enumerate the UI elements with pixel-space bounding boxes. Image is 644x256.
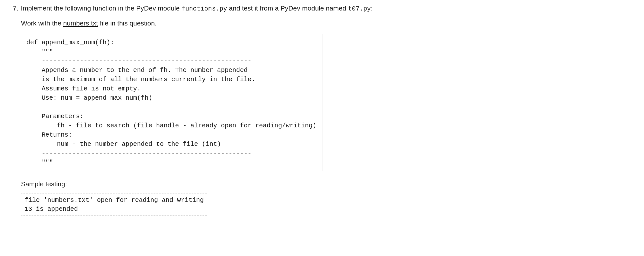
code-t07-py: t07.py (348, 5, 371, 12)
intro-post: : (371, 4, 373, 12)
work-pre: Work with the (21, 19, 63, 27)
intro-pre: Implement the following function in the … (21, 4, 182, 12)
sample-output-block: file 'numbers.txt' open for reading and … (21, 194, 207, 216)
question-text: Implement the following function in the … (21, 3, 631, 14)
question-number: 7. (13, 3, 18, 13)
work-with-file: Work with the numbers.txt file in this q… (21, 18, 631, 28)
numbers-txt-link[interactable]: numbers.txt (63, 19, 98, 27)
function-docstring-block: def append_max_num(fh): """ ------------… (21, 34, 323, 171)
work-post: file in this question. (98, 19, 156, 27)
question-prompt: 7. Implement the following function in t… (13, 3, 631, 14)
code-functions-py: functions.py (182, 5, 227, 12)
intro-mid: and test it from a PyDev module named (227, 4, 348, 12)
sample-testing-label: Sample testing: (21, 179, 631, 189)
